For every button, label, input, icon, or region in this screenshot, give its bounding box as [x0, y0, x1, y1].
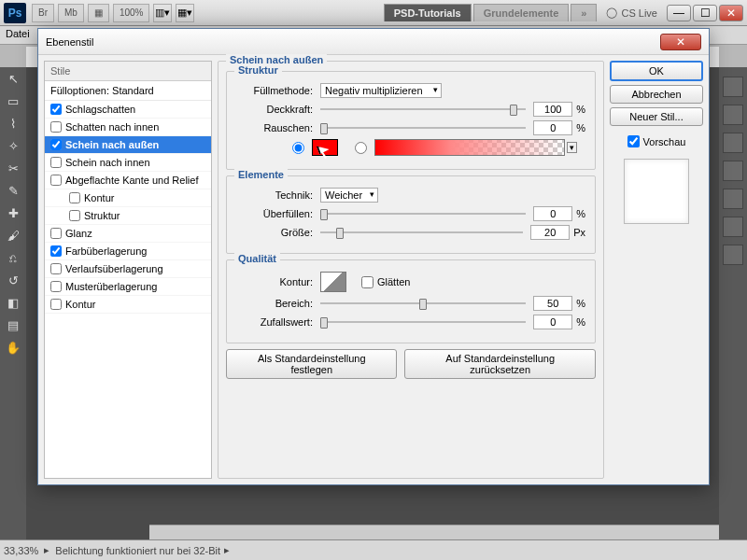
- gradient-tool-icon[interactable]: ▤: [2, 315, 24, 335]
- blend-options[interactable]: Fülloptionen: Standard: [45, 81, 211, 101]
- lasso-tool-icon[interactable]: ⌇: [2, 113, 24, 133]
- tools-panel: ↖ ▭ ⌇ ✧ ✂ ✎ ✚ 🖌 ⎌ ↺ ◧ ▤ ✋: [0, 67, 26, 539]
- minibridge-icon[interactable]: Mb: [58, 4, 84, 22]
- panel-icon[interactable]: [723, 217, 743, 237]
- size-slider[interactable]: [320, 226, 523, 239]
- style-row[interactable]: Kontur: [45, 296, 211, 314]
- style-checkbox[interactable]: [50, 299, 62, 310]
- move-tool-icon[interactable]: ↖: [2, 68, 24, 89]
- history-tool-icon[interactable]: ↺: [2, 270, 24, 290]
- ok-button[interactable]: OK: [610, 61, 703, 81]
- brush-tool-icon[interactable]: 🖌: [2, 225, 24, 245]
- size-input[interactable]: 20: [530, 225, 570, 240]
- hand-tool-icon[interactable]: ✋: [2, 337, 24, 357]
- make-default-button[interactable]: Als Standardeinstellung festlegen: [226, 349, 397, 379]
- status-zoom[interactable]: 33,33%: [4, 545, 38, 556]
- spread-slider[interactable]: [320, 207, 526, 220]
- panel-icon[interactable]: [723, 77, 743, 97]
- close-icon[interactable]: ✕: [719, 5, 743, 21]
- style-row[interactable]: Glanz: [45, 225, 211, 243]
- technique-dropdown[interactable]: Weicher: [320, 188, 378, 203]
- scrollbar-horizontal[interactable]: [149, 525, 719, 539]
- style-row[interactable]: Schatten nach innen: [45, 119, 211, 136]
- heal-tool-icon[interactable]: ✚: [2, 203, 24, 223]
- spread-input[interactable]: 0: [533, 206, 572, 221]
- stamp-tool-icon[interactable]: ⎌: [2, 247, 24, 268]
- panel-icon[interactable]: [723, 161, 743, 181]
- elements-title: Elemente: [234, 169, 288, 180]
- eraser-tool-icon[interactable]: ◧: [2, 292, 24, 313]
- reset-default-button[interactable]: Auf Standardeinstellung zurücksetzen: [404, 349, 596, 379]
- doc-tab-1[interactable]: PSD-Tutorials: [384, 4, 472, 21]
- maximize-icon[interactable]: ☐: [693, 5, 717, 21]
- gradient-radio[interactable]: [355, 142, 367, 154]
- style-row[interactable]: Kontur: [45, 189, 211, 207]
- panel-icon[interactable]: [723, 189, 743, 209]
- wand-tool-icon[interactable]: ✧: [2, 135, 24, 156]
- statusbar: 33,33% ▸ Belichtung funktioniert nur bei…: [0, 539, 747, 560]
- bridge-icon[interactable]: Br: [32, 4, 54, 22]
- eyedropper-tool-icon[interactable]: ✎: [2, 180, 24, 201]
- jitter-input[interactable]: 0: [533, 315, 572, 329]
- style-checkbox[interactable]: [50, 228, 62, 239]
- minimize-icon[interactable]: —: [667, 5, 691, 21]
- zoom-level[interactable]: 100%: [113, 4, 150, 22]
- dialog-close-button[interactable]: ✕: [660, 34, 701, 50]
- style-row[interactable]: Musterüberlagerung: [45, 278, 211, 296]
- glow-color-swatch[interactable]: [312, 139, 338, 156]
- opacity-slider[interactable]: [320, 103, 526, 116]
- styles-list: Stile Fülloptionen: Standard Schlagschat…: [44, 61, 212, 479]
- glow-gradient[interactable]: [374, 139, 565, 156]
- arrange-icon[interactable]: ▥▾: [153, 4, 172, 22]
- cslive-menu[interactable]: CS Live: [606, 7, 657, 19]
- ps-logo: Ps: [4, 3, 26, 23]
- noise-label: Rauschen:: [236, 122, 320, 133]
- style-checkbox[interactable]: [50, 121, 62, 133]
- style-checkbox[interactable]: [50, 263, 62, 274]
- panel-icon[interactable]: [723, 133, 743, 153]
- contour-picker[interactable]: [320, 272, 346, 292]
- style-row[interactable]: Farbüberlagerung: [45, 243, 211, 260]
- new-style-button[interactable]: Neuer Stil...: [610, 107, 703, 126]
- style-row[interactable]: Schein nach außen: [45, 136, 211, 154]
- style-label: Abgeflachte Kante und Relief: [65, 175, 199, 186]
- noise-input[interactable]: 0: [533, 120, 572, 135]
- noise-slider[interactable]: [320, 121, 526, 134]
- marquee-tool-icon[interactable]: ▭: [2, 91, 24, 111]
- style-label: Musterüberlagerung: [65, 281, 157, 292]
- panel-icon[interactable]: [723, 245, 743, 265]
- doc-tab-2[interactable]: Grundelemente: [473, 4, 570, 21]
- style-row[interactable]: Abgeflachte Kante und Relief: [45, 172, 211, 189]
- style-checkbox[interactable]: [50, 245, 62, 257]
- style-row[interactable]: Verlaufsüberlagerung: [45, 260, 211, 278]
- structure-title: Struktur: [234, 64, 282, 76]
- style-checkbox[interactable]: [69, 210, 80, 221]
- color-radio[interactable]: [292, 142, 304, 154]
- doc-tab-more[interactable]: »: [571, 4, 597, 21]
- range-slider[interactable]: [320, 297, 526, 310]
- panel-icon[interactable]: [723, 105, 743, 125]
- style-row[interactable]: Schein nach innen: [45, 154, 211, 172]
- style-row[interactable]: Struktur: [45, 207, 211, 225]
- style-label: Glanz: [65, 228, 92, 239]
- blendmode-dropdown[interactable]: Negativ multiplizieren: [320, 83, 442, 98]
- style-checkbox[interactable]: [50, 157, 62, 168]
- style-row[interactable]: Schlagschatten: [45, 101, 211, 119]
- quality-title: Qualität: [234, 253, 280, 264]
- crop-tool-icon[interactable]: ✂: [2, 158, 24, 178]
- antialias-checkbox[interactable]: [361, 276, 374, 288]
- cancel-button[interactable]: Abbrechen: [610, 85, 703, 104]
- opacity-input[interactable]: 100: [533, 102, 572, 117]
- workspace-icon[interactable]: ▦▾: [176, 4, 194, 22]
- preview-checkbox[interactable]: [627, 135, 640, 147]
- style-checkbox[interactable]: [50, 175, 62, 186]
- jitter-slider[interactable]: [320, 315, 526, 329]
- screenmode-icon[interactable]: ▦: [88, 4, 109, 22]
- styles-header[interactable]: Stile: [45, 62, 211, 81]
- style-checkbox[interactable]: [50, 104, 62, 115]
- style-checkbox[interactable]: [50, 281, 62, 292]
- range-input[interactable]: 50: [533, 296, 572, 311]
- style-checkbox[interactable]: [50, 139, 62, 150]
- dialog-titlebar[interactable]: Ebenenstil ✕: [38, 29, 709, 55]
- style-checkbox[interactable]: [69, 192, 80, 203]
